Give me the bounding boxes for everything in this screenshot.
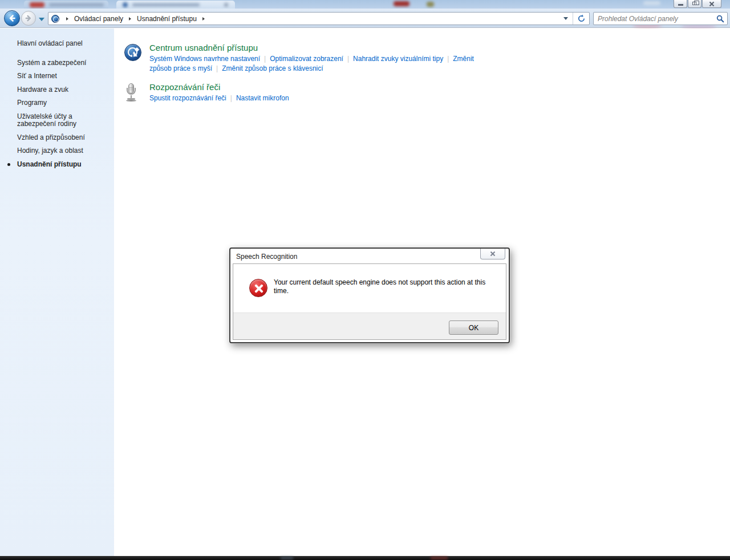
ease-of-access-icon[interactable]: [124, 44, 141, 61]
tab-favicon-icon: [123, 2, 128, 7]
section-ease-of-access-center: Centrum usnadnění přístupu Systém Window…: [124, 29, 730, 74]
tab-close-icon[interactable]: [224, 3, 228, 7]
task-link[interactable]: Systém Windows navrhne nastavení: [149, 55, 260, 63]
breadcrumb-arrow-icon[interactable]: [202, 17, 205, 21]
link-separator: |: [230, 94, 232, 102]
sidebar-item[interactable]: Usnadnění přístupu: [17, 161, 110, 169]
taskbar-edge: [0, 556, 730, 560]
section-links: Spustit rozpoznávání řeči|Nastavit mikro…: [149, 94, 289, 103]
minimize-icon: [678, 4, 683, 6]
forward-arrow-icon: [25, 14, 33, 23]
task-link[interactable]: Spustit rozpoznávání řeči: [149, 94, 226, 102]
tab-title-blurred: [49, 3, 104, 6]
restore-icon: [692, 2, 696, 5]
search-icon: [716, 15, 724, 23]
browser-tab-active-blurred[interactable]: [116, 1, 235, 9]
blurred-toolbar-item: [643, 1, 660, 5]
sidebar-item[interactable]: Uživatelské účty a zabezpečení rodiny: [17, 113, 110, 128]
window-controls: [673, 0, 721, 8]
address-bar-right: [559, 13, 589, 25]
section-speech-recognition: Rozpoznávání řeči Spustit rozpoznávání ř…: [124, 82, 730, 103]
close-icon: [490, 251, 496, 257]
ease-of-access-small-icon: [51, 15, 59, 23]
close-button[interactable]: [702, 0, 721, 8]
tab-favicon-icon: [30, 2, 44, 7]
task-link[interactable]: Nastavit mikrofon: [236, 94, 289, 102]
recent-pages-chevron-icon[interactable]: [39, 18, 44, 21]
breadcrumb-arrow-icon[interactable]: [129, 17, 131, 21]
task-link[interactable]: Nahradit zvuky vizuálními tipy: [353, 55, 443, 63]
dialog-inner: Your current default speech engine does …: [233, 263, 506, 340]
navigation-bar: Ovládací panelyUsnadnění přístupu: [0, 9, 730, 28]
sidebar-item[interactable]: Hodiny, jazyk a oblast: [17, 147, 110, 155]
sidebar-item[interactable]: Hlavní ovládací panel: [17, 40, 110, 48]
tab-title-blurred: [132, 3, 200, 6]
task-link[interactable]: Optimalizovat zobrazení: [270, 55, 343, 63]
forward-button[interactable]: [21, 11, 36, 26]
address-bar[interactable]: Ovládací panelyUsnadnění přístupu: [48, 12, 590, 25]
search-button[interactable]: [713, 15, 727, 23]
dialog-titlebar[interactable]: Speech Recognition: [230, 249, 509, 263]
browser-tab-strip: [0, 0, 730, 9]
link-separator: |: [447, 55, 449, 63]
link-separator: |: [216, 64, 218, 72]
back-button[interactable]: [4, 10, 20, 26]
section-title[interactable]: Rozpoznávání řeči: [149, 82, 289, 92]
dialog-title: Speech Recognition: [236, 253, 297, 261]
sidebar-item[interactable]: Programy: [17, 99, 110, 107]
dialog-body: Your current default speech engine does …: [233, 264, 506, 313]
blurred-taskbar-item: [281, 557, 293, 559]
sidebar-item[interactable]: Vzhled a přizpůsobení: [17, 134, 110, 142]
dialog-message: Your current default speech engine does …: [274, 278, 497, 295]
sidebar-item[interactable]: Síť a Internet: [17, 72, 110, 80]
breadcrumb-arrow-icon[interactable]: [66, 17, 68, 21]
minimize-button[interactable]: [674, 0, 687, 8]
ok-button[interactable]: OK: [449, 320, 498, 335]
blurred-toolbar-item: [394, 1, 409, 6]
close-icon: [709, 1, 715, 7]
explorer-window: Ovládací panelyUsnadnění přístupu: [0, 0, 730, 560]
blurred-taskbar-item: [431, 557, 448, 559]
active-bullet-icon: [7, 163, 10, 166]
sidebar-item[interactable]: Systém a zabezpečení: [17, 59, 110, 67]
link-separator: |: [264, 55, 266, 63]
sidebar-list: Hlavní ovládací panelSystém a zabezpečen…: [0, 29, 114, 168]
back-arrow-icon: [7, 14, 17, 23]
dialog-close-button[interactable]: [480, 249, 505, 259]
search-box: [593, 12, 728, 25]
browser-tab-blurred[interactable]: [24, 1, 108, 9]
search-input[interactable]: [598, 15, 713, 23]
sidebar: Hlavní ovládací panelSystém a zabezpečen…: [0, 29, 114, 557]
refresh-icon: [577, 14, 586, 23]
sidebar-item[interactable]: Hardware a zvuk: [17, 86, 110, 94]
refresh-button[interactable]: [573, 13, 589, 25]
section-links: Systém Windows navrhne nastavení|Optimal…: [149, 54, 492, 74]
task-link[interactable]: Změnit způsob práce s klávesnicí: [222, 64, 323, 72]
microphone-icon[interactable]: [124, 83, 138, 103]
dialog-footer: OK: [233, 313, 506, 339]
error-icon: [249, 279, 267, 297]
breadcrumb-item[interactable]: Usnadnění přístupu: [136, 13, 198, 25]
breadcrumb: Ovládací panelyUsnadnění přístupu: [62, 13, 209, 25]
breadcrumb-item[interactable]: Ovládací panely: [73, 13, 124, 25]
speech-recognition-dialog: Speech Recognition Your current default …: [229, 247, 510, 343]
maximize-button[interactable]: [688, 0, 701, 8]
link-separator: |: [347, 55, 349, 63]
blurred-toolbar-item: [427, 2, 434, 7]
address-dropdown-icon[interactable]: [563, 17, 568, 20]
section-title[interactable]: Centrum usnadnění přístupu: [149, 43, 492, 52]
